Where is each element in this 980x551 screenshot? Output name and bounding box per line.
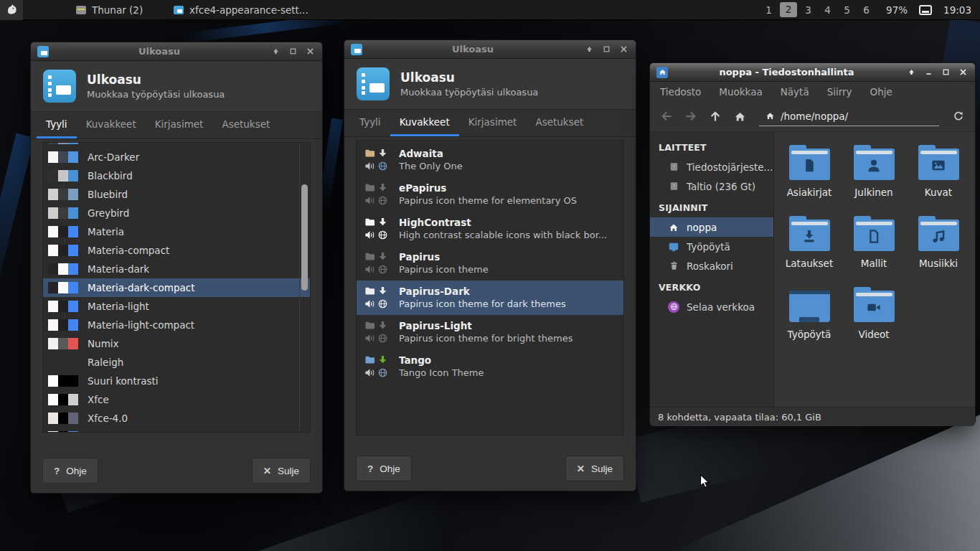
theme-row[interactable]: Suuri kontrasti <box>43 372 310 390</box>
tab-fonts[interactable]: Kirjasimet <box>459 110 527 136</box>
tab-icons[interactable]: Kuvakkeet <box>390 110 459 136</box>
theme-row[interactable]: Numix <box>43 334 310 353</box>
file-item-pictures[interactable]: Kuvat <box>906 139 971 210</box>
workspace-1[interactable]: 1 <box>759 4 778 16</box>
file-name: Lataukset <box>786 258 833 269</box>
theme-row[interactable]: Bluebird <box>43 185 310 204</box>
taskbar-item-thunar[interactable]: Thunar (2) <box>72 0 169 20</box>
sidebar-item-browse-network[interactable]: Selaa verkkoa <box>650 297 773 316</box>
file-item-templates[interactable]: Mallit <box>842 210 906 281</box>
close-button[interactable] <box>957 67 969 78</box>
icon-theme-row[interactable]: PapirusPapirus icon theme <box>357 246 623 281</box>
up-button[interactable] <box>707 108 723 124</box>
menu-file[interactable]: Tiedosto <box>660 86 701 98</box>
theme-row[interactable]: Xfce-4.0 <box>43 409 310 428</box>
help-button[interactable]: ? Ohje <box>42 458 98 484</box>
sidebar-item-home[interactable]: noppa <box>650 217 773 237</box>
menu-edit[interactable]: Muokkaa <box>719 86 762 98</box>
dialog-header: Ulkoasu Muokkaa työpöytäsi ulkoasua <box>344 59 636 110</box>
theme-row[interactable]: Raleigh <box>43 353 310 372</box>
close-button[interactable] <box>618 44 629 55</box>
theme-row[interactable]: Xfce <box>43 390 310 409</box>
icon-theme-row[interactable]: HighContrastHigh contrast scalable icons… <box>357 212 623 246</box>
menu-view[interactable]: Näytä <box>781 86 809 98</box>
close-button[interactable] <box>304 46 316 57</box>
theme-preview-swatch <box>48 189 78 200</box>
reload-button[interactable] <box>951 108 966 124</box>
file-item-desktop[interactable]: Työpöytä <box>777 281 842 352</box>
icon-theme-row[interactable]: AdwaitaThe Only One <box>357 143 623 177</box>
workspace-5[interactable]: 5 <box>837 4 857 16</box>
close-dialog-button[interactable]: ✕ Sulje <box>252 458 311 484</box>
tab-style[interactable]: Tyyli <box>37 112 77 138</box>
applications-menu-button[interactable] <box>0 0 23 20</box>
icon-theme-row-selected[interactable]: Papirus-DarkPapirus icon theme for dark … <box>357 281 623 315</box>
minimize-button[interactable] <box>923 67 934 78</box>
file-item-public[interactable]: Julkinen <box>842 139 906 210</box>
theme-row[interactable]: Materia-dark <box>43 260 310 278</box>
shade-button[interactable] <box>583 44 595 55</box>
file-item-videos[interactable]: Videot <box>842 281 906 352</box>
theme-row-selected[interactable]: Materia-dark-compact <box>43 278 310 297</box>
theme-row[interactable]: Materia <box>43 222 310 241</box>
maximize-button[interactable] <box>600 44 612 55</box>
back-button[interactable] <box>659 108 674 124</box>
home-button[interactable] <box>732 108 748 124</box>
icon-theme-description: Papirus icon theme <box>399 263 489 276</box>
theme-row[interactable]: Greybird <box>43 204 310 222</box>
file-item-downloads[interactable]: Lataukset <box>777 210 842 281</box>
sidebar-item-trash[interactable]: Roskakori <box>650 256 773 276</box>
theme-row[interactable]: Arc-Darker <box>43 148 310 166</box>
maximize-button[interactable] <box>287 46 298 57</box>
trash-icon <box>668 260 679 272</box>
tab-settings[interactable]: Asetukset <box>526 110 593 136</box>
display-icon[interactable] <box>919 5 932 15</box>
location-bar[interactable]: /home/noppa/ <box>759 106 939 126</box>
titlebar[interactable]: Ulkoasu <box>31 42 322 61</box>
close-dialog-button[interactable]: ✕ Sulje <box>565 456 624 481</box>
theme-row[interactable]: Materia-light-compact <box>43 316 310 334</box>
download-arrow-icon <box>377 251 388 262</box>
clock[interactable]: 19:03 <box>943 4 971 16</box>
theme-row[interactable]: Blackbird <box>43 166 310 185</box>
titlebar[interactable]: noppa - Tiedostonhallinta <box>650 63 975 82</box>
scrollbar-thumb[interactable] <box>301 184 308 291</box>
shade-button[interactable] <box>905 67 917 78</box>
tab-fonts[interactable]: Kirjasimet <box>146 112 213 138</box>
sidebar-item-filesystem[interactable]: Tiedostojärjeste... <box>650 157 773 176</box>
titlebar[interactable]: Ulkoasu <box>344 40 636 59</box>
maximize-button[interactable] <box>940 67 951 78</box>
icon-theme-row[interactable]: Papirus-LightPapirus icon theme for brig… <box>357 315 623 349</box>
theme-name: Suuri kontrasti <box>88 375 159 387</box>
help-button[interactable]: ? Ohje <box>356 456 412 481</box>
theme-row[interactable]: Materia-compact <box>43 241 310 260</box>
theme-row-partial[interactable]: Xfce-4.2 <box>43 428 310 433</box>
forward-button[interactable] <box>683 108 699 124</box>
help-icon: ? <box>367 463 373 474</box>
tab-icons[interactable]: Kuvakkeet <box>77 112 146 138</box>
workspace-2-active[interactable]: 2 <box>780 2 797 17</box>
workspace-3[interactable]: 3 <box>798 4 818 16</box>
workspace-4[interactable]: 4 <box>818 4 837 16</box>
menu-bar: Tiedosto Muokkaa Näytä Siirry Ohje <box>650 82 975 101</box>
taskbar-item-appearance[interactable]: xfce4-appearance-sett... <box>169 0 320 20</box>
tab-settings[interactable]: Asetukset <box>212 112 279 138</box>
file-view[interactable]: Asiakirjat Julkinen Kuvat Lataukset Mall… <box>774 132 975 407</box>
file-name: Asiakirjat <box>787 187 832 198</box>
theme-row[interactable]: Materia-light <box>43 297 310 316</box>
scrollbar-track[interactable] <box>299 143 310 432</box>
file-item-music[interactable]: Musiikki <box>906 210 971 281</box>
menu-help[interactable]: Ohje <box>870 86 892 98</box>
theme-preview-swatch <box>48 170 78 182</box>
shade-button[interactable] <box>270 46 281 57</box>
sidebar-item-volume[interactable]: Taltio (236 Gt) <box>650 176 773 196</box>
icon-theme-row[interactable]: TangoTango Icon Theme <box>357 349 623 384</box>
tab-style[interactable]: Tyyli <box>350 110 390 136</box>
file-item-documents[interactable]: Asiakirjat <box>777 139 842 210</box>
tab-bar: Tyyli Kuvakkeet Kirjasimet Asetukset <box>344 110 636 137</box>
theme-row-partial[interactable] <box>43 142 310 148</box>
menu-go[interactable]: Siirry <box>827 86 852 98</box>
sidebar-item-desktop[interactable]: Työpöytä <box>650 237 773 256</box>
icon-theme-row[interactable]: ePapirusPapirus icon theme for elementar… <box>357 177 623 212</box>
workspace-6[interactable]: 6 <box>857 4 876 16</box>
